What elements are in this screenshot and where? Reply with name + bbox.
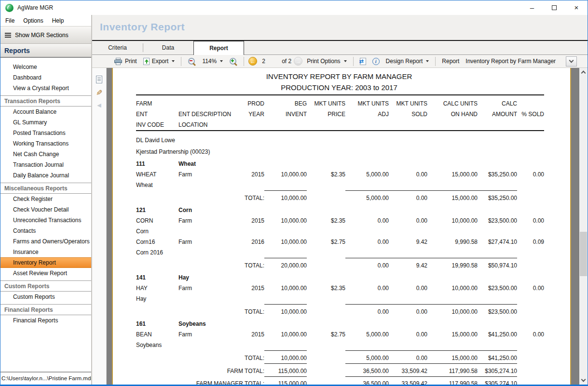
print-button[interactable]: Print — [112, 57, 139, 66]
menu-options[interactable]: Options — [23, 17, 43, 24]
inventory-group-row: 121Corn — [136, 203, 544, 215]
menu-help[interactable]: Help — [52, 17, 64, 24]
collapse-panel-icon[interactable]: ◀ — [97, 103, 101, 107]
sidebar-item-asset-review-report[interactable]: Asset Review Report — [0, 268, 91, 279]
sidebar-item-dashboard[interactable]: Dashboard — [0, 72, 91, 83]
inventory-data-row: WHEATFarm201510,000.00$2.355,000.000.001… — [136, 169, 544, 180]
sidebar-item-net-cash-change[interactable]: Net Cash Change — [0, 149, 91, 160]
inventory-location-row: Corn — [136, 226, 544, 237]
sidebar-nav: WelcomeDashboardView a Crystal ReportTra… — [0, 58, 91, 372]
export-button-label: Export — [152, 58, 169, 65]
minimize-button[interactable]: – — [521, 0, 543, 15]
scrollbar-thumb[interactable] — [580, 232, 587, 276]
inventory-data-row: BEANFarm201510,000.00$2.755,000.000.0015… — [136, 329, 544, 340]
sidebar: FileOptionsHelp Show MGR Sections Report… — [0, 15, 92, 385]
report-info-button[interactable]: i — [370, 57, 382, 66]
sidebar-item-welcome[interactable]: Welcome — [0, 62, 91, 72]
maximize-button[interactable] — [543, 0, 565, 15]
report-table-body: FARMPRODBEGMKT UNITSMKT UNITSMKT UNITSCA… — [136, 95, 544, 385]
sidebar-panel-header: Reports — [0, 44, 91, 58]
zoom-in-button[interactable] — [227, 56, 239, 67]
toolbar-separator — [244, 57, 244, 66]
chevron-down-icon — [581, 377, 586, 382]
sidebar-item-insurance[interactable]: Insurance — [0, 247, 91, 257]
current-page-number: 2 — [262, 58, 279, 65]
tab-strip: CriteriaDataReport — [92, 41, 588, 55]
sidebar-item-gl-summary[interactable]: GL Summary — [0, 117, 91, 128]
inventory-group-row: 111Wheat — [136, 157, 544, 169]
report-column-header-row: FARMPRODBEGMKT UNITSMKT UNITSMKT UNITSCA… — [136, 98, 544, 109]
zoom-level-value: 114% — [202, 58, 217, 65]
print-options-caret — [344, 60, 347, 62]
export-button[interactable]: Export — [141, 57, 177, 66]
page-title: Inventory Report — [100, 21, 185, 32]
sidebar-item-custom-reports[interactable]: Custom Reports — [0, 292, 91, 302]
menu-bar: FileOptionsHelp — [0, 15, 91, 26]
group-total-row: TOTAL:20,000.000.009.4219,990.58$50,974.… — [136, 258, 544, 271]
scroll-down-button[interactable] — [579, 376, 588, 385]
sidebar-item-daily-balance-journal[interactable]: Daily Balance Journal — [0, 170, 91, 181]
sidebar-item-contacts[interactable]: Contacts — [0, 226, 91, 236]
sidebar-item-unreconciled-transactions[interactable]: Unreconciled Transactions — [0, 215, 91, 226]
sidebar-item-check-voucher-detail[interactable]: Check Voucher Detail — [0, 204, 91, 215]
zoom-level-button[interactable]: 114% — [200, 57, 225, 66]
show-mgr-sections-button[interactable]: Show MGR Sections — [0, 26, 91, 44]
report-table: FARMPRODBEGMKT UNITSMKT UNITSMKT UNITSCA… — [136, 94, 544, 385]
report-toolbar: Print Export 114% — [92, 55, 588, 68]
group-tree-icon[interactable] — [96, 76, 102, 83]
sidebar-item-financial-reports[interactable]: Financial Reports — [0, 315, 91, 326]
status-file-path: C:\Users\taylor.n...\Pristine Farm.mdb — [1, 375, 91, 381]
farm-group-row: Kjerstad Partnership (00023) — [136, 146, 544, 157]
report-selector-label: Report — [442, 58, 459, 65]
sidebar-item-transaction-journal[interactable]: Transaction Journal — [0, 160, 91, 170]
scroll-up-button[interactable] — [579, 68, 588, 76]
sidebar-item-working-transactions[interactable]: Working Transactions — [0, 138, 91, 149]
vertical-scrollbar[interactable] — [579, 68, 588, 385]
annotate-pen-icon[interactable]: ✎ — [96, 90, 102, 96]
next-page-button[interactable]: → — [294, 57, 302, 66]
sidebar-item-view-a-crystal-report[interactable]: View a Crystal Report — [0, 83, 91, 93]
toolbar-separator — [435, 57, 436, 66]
tab-data[interactable]: Data — [143, 41, 193, 54]
inventory-data-row: Corn16Farm201610,000.00$2.750.009.429,99… — [136, 237, 544, 247]
design-report-button[interactable]: Design Report — [384, 57, 431, 66]
refresh-icon: ⇄ — [360, 58, 366, 65]
design-report-label: Design Report — [386, 58, 423, 65]
maximize-icon — [552, 5, 557, 10]
zoom-out-button[interactable] — [186, 56, 198, 67]
report-selector-value[interactable]: Inventory Report by Farm Manager — [465, 58, 556, 65]
tab-report[interactable]: Report — [193, 41, 244, 55]
tab-criteria[interactable]: Criteria — [92, 41, 143, 54]
sidebar-group-header-custom-reports: Custom Reports — [0, 280, 91, 292]
close-button[interactable]: × — [565, 0, 588, 15]
report-viewer: ✎ ◀ INVENTORY REPORT BY FARM MANAGER PRO… — [92, 68, 588, 385]
printer-icon — [114, 58, 123, 65]
farm-total-row: FARM TOTAL:115,000.0036,500.0033,509.421… — [136, 363, 544, 376]
inventory-location-row: Corn 2016 — [136, 247, 544, 258]
zoom-dropdown-caret — [220, 60, 223, 62]
show-mgr-sections-label: Show MGR Sections — [15, 32, 68, 39]
refresh-report-button[interactable]: ⇄ — [358, 57, 368, 66]
group-total-row: TOTAL:10,000.005,000.000.0015,000.00$35,… — [136, 190, 544, 203]
report-selector-dropdown-button[interactable] — [566, 56, 577, 67]
toolbar-separator — [181, 57, 181, 66]
print-options-label: Print Options — [307, 58, 340, 65]
content-pane: Inventory Report CriteriaDataReport Prin… — [92, 15, 588, 385]
report-column-header-row: ENTENT DESCRIPTIONYEARINVENTPRICEADJSOLD… — [136, 109, 544, 120]
sidebar-item-posted-transactions[interactable]: Posted Transactions — [0, 128, 91, 138]
inventory-location-row: Wheat — [136, 180, 544, 190]
sidebar-item-check-register[interactable]: Check Register — [0, 194, 91, 204]
sidebar-item-inventory-report[interactable]: Inventory Report — [0, 257, 91, 268]
sidebar-group-header-transaction-reports: Transaction Reports — [0, 95, 91, 106]
design-report-caret — [426, 60, 429, 62]
app-logo-icon — [5, 4, 14, 12]
print-options-button[interactable]: Print Options — [305, 57, 348, 66]
menu-file[interactable]: File — [5, 17, 14, 24]
sidebar-group-header-financial-reports: Financial Reports — [0, 304, 91, 315]
toolbar-separator — [353, 57, 354, 66]
sidebar-item-farms-and-owners-operators[interactable]: Farms and Owners/Operators — [0, 236, 91, 247]
chevron-down-icon — [569, 58, 574, 63]
previous-page-button[interactable]: ← — [248, 57, 257, 66]
sidebar-item-account-balance[interactable]: Account Balance — [0, 106, 91, 117]
viewer-side-panel: ✎ ◀ — [92, 68, 107, 385]
